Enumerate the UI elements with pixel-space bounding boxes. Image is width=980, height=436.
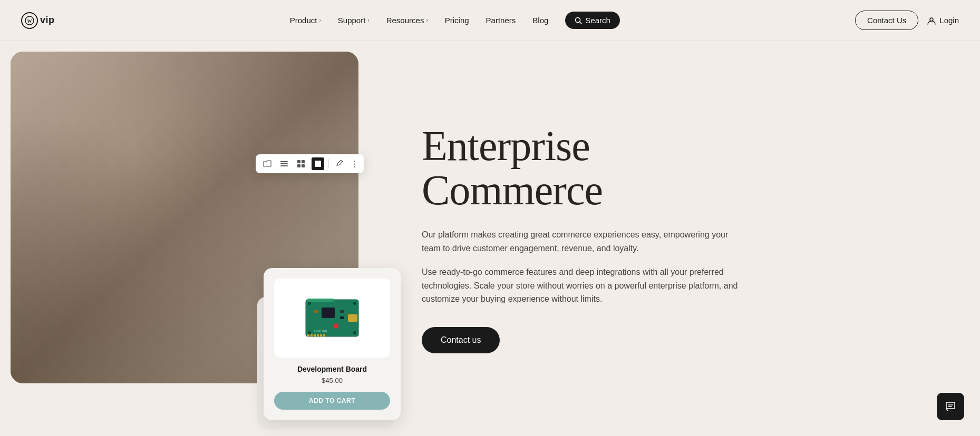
chevron-icon: › [426, 17, 428, 23]
svg-rect-30 [320, 334, 322, 336]
nav-product[interactable]: Product › [290, 16, 321, 25]
chevron-icon: › [319, 17, 321, 23]
lines-icon [280, 161, 288, 167]
hero-description-2: Use ready-to-go commerce features and de… [422, 265, 738, 306]
right-panel: Enterprise Commerce Our platform makes c… [358, 41, 980, 436]
wp-logo-circle: W [21, 12, 38, 29]
chevron-icon: › [367, 17, 369, 23]
nav-pricing[interactable]: Pricing [445, 16, 469, 25]
grid-icon [297, 160, 305, 167]
login-button[interactable]: Login [927, 16, 959, 25]
product-name: Development Board [274, 365, 390, 373]
chat-icon [944, 400, 957, 413]
toolbar-solid-button[interactable] [312, 157, 324, 170]
svg-rect-5 [280, 161, 288, 162]
hero-title: Enterprise Commerce [422, 124, 938, 212]
nav-support[interactable]: Support › [338, 16, 370, 25]
svg-rect-20 [314, 310, 318, 313]
svg-rect-11 [302, 164, 305, 167]
toolbar-more-button[interactable]: ⋮ [350, 159, 358, 169]
svg-rect-9 [302, 160, 305, 163]
floating-toolbar: ⋮ [256, 154, 364, 173]
left-panel: ⋮ [0, 41, 358, 436]
svg-rect-8 [297, 160, 300, 163]
logo-area: W vip [21, 12, 55, 29]
svg-text:ARDUINO: ARDUINO [314, 329, 327, 333]
svg-point-16 [308, 331, 311, 334]
svg-rect-31 [323, 334, 325, 336]
svg-point-14 [308, 302, 311, 305]
svg-rect-12 [315, 161, 321, 167]
product-price: $45.00 [274, 376, 390, 384]
svg-point-17 [353, 331, 356, 334]
header-actions: Contact Us Login [855, 11, 959, 30]
search-icon [575, 17, 582, 24]
chat-bubble-button[interactable] [937, 393, 964, 420]
user-icon [927, 16, 936, 25]
svg-rect-26 [307, 334, 309, 336]
svg-point-15 [353, 302, 356, 305]
toolbar-grid-button[interactable] [295, 157, 307, 170]
svg-rect-19 [322, 308, 335, 318]
vip-text: vip [40, 15, 55, 26]
nav-blog[interactable]: Blog [532, 16, 548, 25]
svg-rect-28 [314, 334, 316, 336]
toolbar-folder-button[interactable] [261, 157, 274, 170]
pencil-icon [336, 160, 343, 167]
svg-rect-7 [280, 165, 288, 166]
hero-description-1: Our platform makes creating great commer… [422, 228, 738, 255]
toolbar-divider [328, 159, 329, 169]
svg-rect-21 [340, 310, 344, 313]
product-board-image: ARDUINO [303, 294, 361, 342]
svg-rect-18 [307, 299, 334, 302]
nav-resources[interactable]: Resources › [386, 16, 428, 25]
nav-partners[interactable]: Partners [486, 16, 516, 25]
product-card: ARDUINO Development Board $45.00 ADD TO … [264, 268, 401, 420]
contact-us-button[interactable]: Contact Us [855, 11, 918, 30]
svg-text:W: W [27, 18, 32, 24]
toolbar-pencil-button[interactable] [333, 157, 346, 170]
svg-rect-27 [311, 334, 313, 336]
svg-rect-22 [340, 316, 344, 319]
folder-icon [263, 160, 271, 167]
main-nav: Product › Support › Resources › Pricing … [290, 12, 620, 29]
add-to-cart-button[interactable]: ADD TO CART [274, 392, 390, 410]
search-button[interactable]: Search [565, 12, 620, 29]
svg-point-4 [930, 18, 933, 21]
svg-rect-6 [280, 163, 288, 164]
toolbar-lines-button[interactable] [278, 157, 290, 170]
svg-point-24 [333, 323, 338, 329]
header: W vip Product › Support › Resources › Pr… [0, 0, 980, 41]
main-content: ⋮ [0, 41, 980, 436]
svg-rect-10 [297, 164, 300, 167]
solid-icon [315, 161, 321, 167]
contact-us-cta-button[interactable]: Contact us [422, 327, 500, 353]
product-image-area: ARDUINO [274, 279, 390, 358]
svg-rect-29 [317, 334, 319, 336]
svg-rect-23 [348, 314, 357, 322]
logo[interactable]: W vip [21, 12, 55, 29]
svg-line-3 [580, 22, 582, 24]
